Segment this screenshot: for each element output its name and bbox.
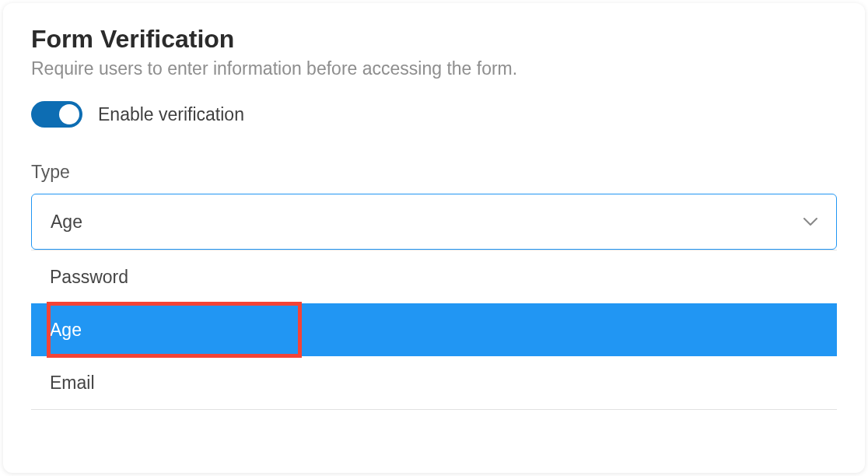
type-option-password[interactable]: Password [31, 250, 837, 303]
type-option-label: Age [50, 320, 82, 341]
form-verification-title: Form Verification [31, 25, 837, 54]
toggle-knob [59, 104, 79, 124]
type-select-value: Age [51, 212, 82, 233]
type-select[interactable]: Age [31, 194, 837, 250]
form-verification-card: Form Verification Require users to enter… [3, 3, 865, 473]
type-dropdown-list: Password Age Email [31, 250, 837, 410]
enable-verification-row: Enable verification [31, 101, 837, 128]
enable-verification-toggle[interactable] [31, 101, 82, 128]
type-option-age[interactable]: Age [31, 303, 837, 356]
enable-verification-label: Enable verification [98, 104, 244, 125]
type-option-label: Email [50, 373, 95, 394]
chevron-down-icon [803, 218, 817, 226]
form-verification-subtitle: Require users to enter information befor… [31, 58, 837, 79]
annotation-highlight-box [47, 302, 302, 358]
type-option-email[interactable]: Email [31, 356, 837, 409]
type-option-label: Password [50, 267, 128, 288]
type-field-label: Type [31, 162, 837, 183]
